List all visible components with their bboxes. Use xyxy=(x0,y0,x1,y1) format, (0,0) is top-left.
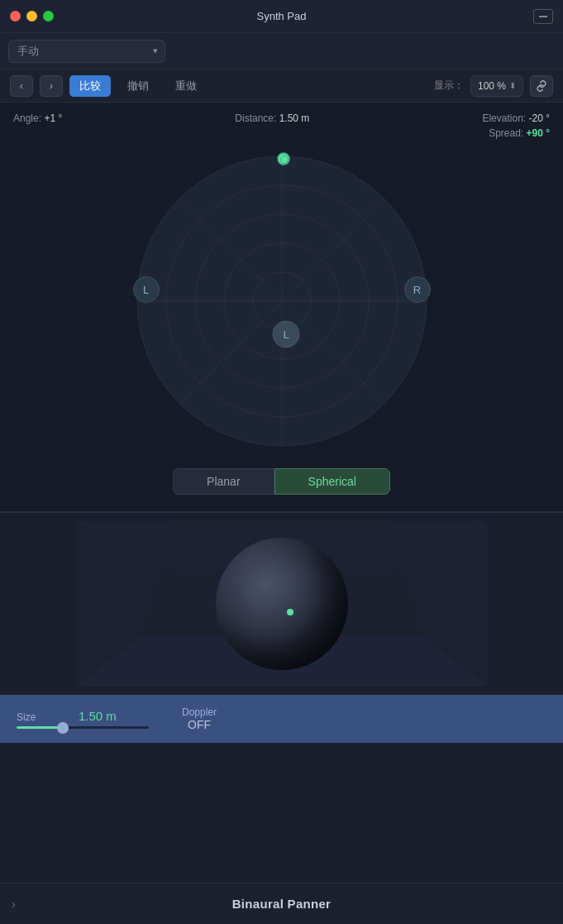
svg-text:L: L xyxy=(283,328,289,341)
tab-compare[interactable]: 比较 xyxy=(69,75,111,97)
elevation-stat: Elevation: -20 ° xyxy=(482,113,550,124)
doppler-value[interactable]: OFF xyxy=(182,718,217,731)
size-slider-track[interactable] xyxy=(17,726,149,729)
mode-buttons: Planar Spherical xyxy=(13,468,550,495)
fullscreen-button[interactable] xyxy=(43,11,54,22)
display-label: 显示： xyxy=(434,79,464,93)
size-label-row: Size 1.50 m xyxy=(17,709,149,723)
bottom-controls: Size 1.50 m Doppler OFF xyxy=(0,695,563,743)
sphere-section xyxy=(0,513,563,695)
bottom-bar-title: Binaural Panner xyxy=(232,897,332,911)
size-value: 1.50 m xyxy=(79,709,117,723)
right-ear-marker: R xyxy=(404,276,431,303)
size-slider-row xyxy=(17,726,149,729)
title-bar: Synth Pad xyxy=(0,0,563,33)
sphere-ball[interactable] xyxy=(216,538,348,670)
size-slider-thumb[interactable] xyxy=(57,722,69,734)
window-controls xyxy=(10,11,54,22)
zoom-arrows: ⬍ xyxy=(509,81,516,90)
link-button[interactable] xyxy=(530,75,553,97)
left-ear-marker: L xyxy=(133,276,160,303)
panner-area: Angle: +1 ° Distance: 1.50 m Elevation: … xyxy=(0,103,563,511)
spread-stat-row: Spread: +90 ° xyxy=(13,127,550,139)
expand-icon[interactable] xyxy=(533,9,553,24)
stats-row: Angle: +1 ° Distance: 1.50 m Elevation: … xyxy=(13,113,550,124)
planar-mode-button[interactable]: Planar xyxy=(173,468,274,495)
radar-svg: L xyxy=(125,144,439,458)
distance-stat: Distance: 1.50 m xyxy=(235,113,309,124)
size-control: Size 1.50 m xyxy=(17,709,149,729)
radar-display[interactable]: L L R xyxy=(125,144,439,458)
close-button[interactable] xyxy=(10,11,21,22)
bottom-bar: › Binaural Panner xyxy=(0,883,563,924)
window-title: Synth Pad xyxy=(257,10,307,22)
size-slider-fill xyxy=(17,726,63,729)
source-position-dot[interactable] xyxy=(280,156,289,164)
back-button[interactable]: ‹ xyxy=(10,75,33,97)
bottom-bar-chevron[interactable]: › xyxy=(12,898,16,911)
tab-redo[interactable]: 重做 xyxy=(165,75,207,97)
forward-button[interactable]: › xyxy=(40,75,63,97)
zoom-control[interactable]: 100 % ⬍ xyxy=(470,75,523,97)
sphere-ball-container xyxy=(216,538,348,670)
preset-dropdown[interactable]: 手动 xyxy=(8,40,165,63)
nav-toolbar: ‹ › 比较 撤销 重做 显示： 100 % ⬍ xyxy=(0,69,563,103)
spread-stat: Spread: +90 ° xyxy=(489,127,550,139)
minimize-button[interactable] xyxy=(26,11,37,22)
tab-undo[interactable]: 撤销 xyxy=(117,75,159,97)
doppler-control: Doppler OFF xyxy=(182,706,217,731)
dropdown-toolbar: 手动 xyxy=(0,33,563,69)
sphere-source-dot xyxy=(287,609,293,615)
spherical-mode-button[interactable]: Spherical xyxy=(274,468,390,495)
sphere-room xyxy=(75,521,489,687)
size-label: Size xyxy=(17,711,45,723)
doppler-label: Doppler xyxy=(182,706,217,718)
angle-stat: Angle: +1 ° xyxy=(13,113,62,124)
link-icon xyxy=(536,80,547,92)
